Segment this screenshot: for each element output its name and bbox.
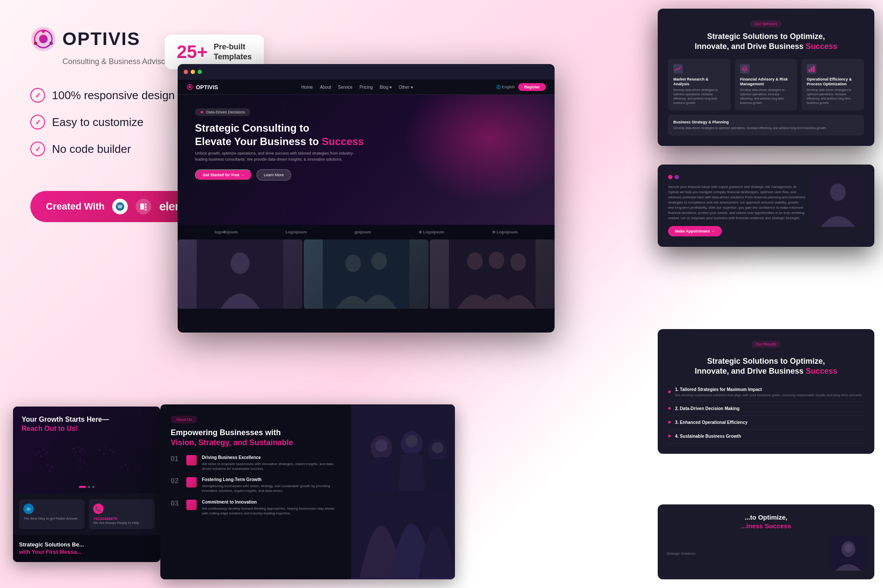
logo-5: ⊕ Logoipsum bbox=[492, 230, 518, 234]
nav-logo: OPTIVIS bbox=[186, 84, 218, 90]
feature-label-1: 100% responsive design bbox=[52, 89, 175, 102]
bottom-content: Strategic Solutions bbox=[666, 536, 866, 571]
make-appointment-btn[interactable]: Make Appointment → bbox=[668, 226, 722, 236]
strategy-card-desc: Develop data-driven strategies to optimi… bbox=[673, 126, 859, 130]
solution-title-2: 2. Data-Driven Decision Making bbox=[675, 406, 740, 411]
service-icon-2 bbox=[740, 64, 750, 74]
solutions-title-line1: Strategic Solutions to Optimize, bbox=[668, 356, 864, 366]
services-grid: Market Research & Analysis Develop data-… bbox=[668, 59, 864, 110]
about-content: About Us Empowering Businesses with Visi… bbox=[160, 404, 351, 579]
map-title-line1: Your Growth Starts Here— bbox=[22, 416, 109, 423]
map-title-accent: Reach Out to Us! bbox=[22, 425, 78, 432]
solutions-list: 1. Tailored Strategies for Maximum Impac… bbox=[668, 383, 864, 443]
bottom-person-text: Strategic Solutions bbox=[666, 552, 826, 556]
world-map-svg bbox=[13, 437, 160, 489]
solution-title-4: 4. Sustainable Business Growth bbox=[675, 434, 741, 439]
mission-desc-2: Strengthening businesses with vision, st… bbox=[202, 484, 341, 493]
hero-section: Data-Driven Decisions Strategic Consulti… bbox=[178, 95, 555, 225]
solution-item-3: 3. Enhanced Operational Efficiency bbox=[668, 416, 864, 430]
empowering-line2: Vision, Strategy, and Sustainable bbox=[171, 438, 341, 448]
svg-point-41 bbox=[77, 447, 79, 449]
team-photo-strip bbox=[178, 239, 555, 309]
nav-other[interactable]: Other ▾ bbox=[399, 85, 413, 90]
svg-point-17 bbox=[230, 252, 250, 274]
chat-title-line1: Strategic Solutions Be... bbox=[19, 541, 84, 548]
services-title-accent: Success bbox=[806, 42, 838, 51]
team-photos bbox=[178, 239, 555, 309]
data-badge: Data-Driven Decisions bbox=[195, 108, 250, 116]
hero-glow bbox=[403, 95, 555, 203]
get-started-btn[interactable]: Get Started for Free → bbox=[195, 169, 252, 181]
check-icon-1 bbox=[30, 88, 45, 103]
financial-subtitle: Secure your financial future with expert… bbox=[668, 184, 806, 221]
services-panel: Our Services Strategic Solutions to Opti… bbox=[658, 9, 874, 146]
strategy-card-title: Business Strategy & Planning bbox=[673, 120, 859, 125]
svg-point-2 bbox=[39, 35, 48, 43]
service-card-3: Operational Efficiency & Process Optimiz… bbox=[802, 59, 864, 110]
slide-dot-1 bbox=[88, 486, 90, 488]
check-icon-3 bbox=[30, 142, 45, 156]
nav-register-btn[interactable]: Register bbox=[518, 83, 546, 91]
svg-point-19 bbox=[345, 255, 361, 272]
nav-pricing[interactable]: Pricing bbox=[360, 85, 373, 90]
financial-dots bbox=[668, 175, 806, 179]
about-section: About Us Empowering Businesses with Visi… bbox=[160, 404, 455, 579]
bottom-title-accent: ...iness Success bbox=[741, 522, 791, 530]
solutions-panel: Our Results Strategic Solutions to Optim… bbox=[658, 329, 874, 454]
svg-point-44 bbox=[79, 450, 81, 452]
feature-label-2: Easy to customize bbox=[52, 116, 143, 129]
bottom-left-mockup: Your Growth Starts Here— Reach Out to Us… bbox=[13, 407, 160, 562]
nav-service[interactable]: Service bbox=[338, 85, 352, 90]
svg-point-54 bbox=[51, 466, 53, 468]
nav-blog[interactable]: Blog ▾ bbox=[380, 85, 392, 90]
svg-text:W: W bbox=[118, 204, 123, 209]
logo-1: logo⊕ipsum bbox=[214, 230, 238, 234]
mission-desc-3: We continuously develop forward-thinking… bbox=[202, 506, 341, 516]
solution-dot-3 bbox=[668, 421, 671, 423]
phone-icon: 📞 bbox=[93, 504, 104, 514]
svg-point-4 bbox=[49, 42, 53, 45]
svg-point-42 bbox=[81, 448, 83, 450]
solution-text-1: 1. Tailored Strategies for Maximum Impac… bbox=[675, 387, 863, 397]
svg-rect-30 bbox=[811, 68, 812, 72]
svg-point-49 bbox=[112, 451, 114, 453]
financial-dot-1 bbox=[668, 175, 672, 179]
feature-label-3: No code builder bbox=[52, 142, 131, 156]
svg-point-35 bbox=[42, 449, 44, 451]
svg-point-38 bbox=[45, 453, 46, 455]
service-card-1: Market Research & Analysis Develop data-… bbox=[668, 59, 730, 110]
financial-text: Secure your financial future with expert… bbox=[668, 175, 806, 236]
hero-title-line2-start: Elevate Your Business to bbox=[195, 136, 322, 147]
strategy-card: Business Strategy & Planning Develop dat… bbox=[668, 115, 864, 136]
nav-lang[interactable]: 🌐 English bbox=[496, 85, 515, 89]
mission-item-3: 03 Commitment to Innovation We continuou… bbox=[171, 500, 341, 516]
mission-item-1: 01 Driving Business Excellence We strive… bbox=[171, 455, 341, 471]
solution-dot-2 bbox=[668, 407, 671, 410]
service-card-desc-2: Develop data-driven strategies to optimi… bbox=[740, 88, 792, 105]
service-card-title-3: Operational Efficiency & Process Optimiz… bbox=[807, 77, 859, 87]
svg-point-43 bbox=[75, 451, 77, 453]
svg-point-63 bbox=[375, 439, 387, 452]
nav-home[interactable]: Home bbox=[301, 85, 313, 90]
mission-number-3: 03 bbox=[171, 500, 181, 507]
svg-point-15 bbox=[201, 111, 203, 113]
brand-name: OPTIVIS bbox=[62, 29, 140, 49]
browser-nav: OPTIVIS Home About Service Pricing Blog … bbox=[178, 80, 555, 95]
solutions-title: Strategic Solutions to Optimize, Innovat… bbox=[668, 356, 864, 377]
learn-more-btn[interactable]: Learn More bbox=[256, 169, 291, 181]
main-browser-mockup: OPTIVIS Home About Service Pricing Blog … bbox=[178, 64, 555, 333]
slide-indicator bbox=[79, 486, 94, 488]
bottom-right-panel: ...to Optimize, ...iness Success Strateg… bbox=[658, 504, 874, 579]
svg-rect-29 bbox=[808, 69, 810, 72]
browser-dot-yellow bbox=[191, 70, 195, 74]
service-icon-3 bbox=[807, 64, 816, 74]
mission-number-1: 01 bbox=[171, 455, 181, 463]
svg-point-68 bbox=[844, 543, 853, 552]
svg-point-24 bbox=[510, 253, 526, 271]
svg-point-48 bbox=[103, 453, 105, 455]
logos-strip: logo⊕ipsum Logoipsum goipsum ⊕ Logoipsum… bbox=[178, 225, 555, 239]
nav-about[interactable]: About bbox=[320, 85, 331, 90]
mission-title-2: Fostering Long-Term Growth bbox=[202, 477, 341, 482]
service-card-title-2: Financial Advisory & Risk Management bbox=[740, 77, 792, 87]
svg-rect-31 bbox=[813, 66, 815, 72]
